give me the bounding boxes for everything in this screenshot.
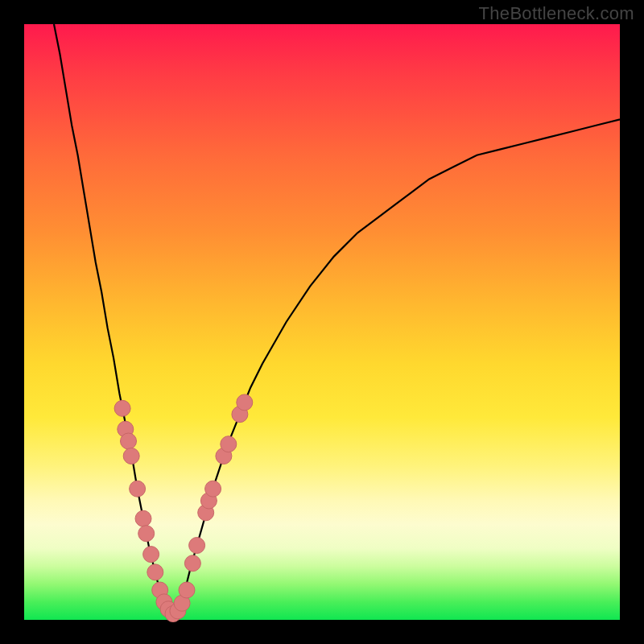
curve-marker bbox=[184, 555, 200, 572]
curve-marker bbox=[114, 400, 130, 416]
curve-marker bbox=[237, 394, 253, 411]
curve-marker bbox=[123, 448, 139, 464]
plot-area bbox=[24, 24, 620, 620]
curve-marker bbox=[130, 481, 146, 497]
curve-marker bbox=[189, 538, 205, 554]
curve-marker bbox=[143, 547, 159, 563]
chart-svg bbox=[24, 24, 620, 620]
curve-marker bbox=[179, 582, 195, 598]
watermark-text: TheBottleneck.com bbox=[479, 3, 634, 24]
curve-marker bbox=[121, 433, 137, 449]
curve-marker bbox=[135, 510, 151, 526]
curve-markers bbox=[114, 394, 253, 622]
chart-frame: TheBottleneck.com bbox=[0, 0, 644, 644]
curve-marker bbox=[147, 564, 163, 580]
curve-marker bbox=[138, 526, 155, 542]
curve-marker bbox=[221, 436, 237, 452]
curve-marker bbox=[205, 481, 221, 497]
